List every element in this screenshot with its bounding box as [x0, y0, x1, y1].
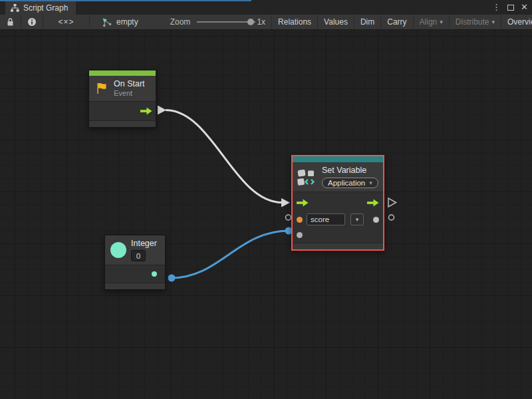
value-input-port[interactable]: [297, 232, 303, 238]
variable-color-strip: [293, 156, 383, 162]
values-button[interactable]: Values: [318, 15, 354, 29]
chevron-down-icon: ▾: [440, 19, 443, 25]
overview-label: Overview: [507, 17, 532, 27]
unconnected-output-port-circle[interactable]: [389, 215, 394, 220]
on-start-header: On Start Event: [89, 76, 156, 101]
zoom-label: Zoom: [170, 17, 191, 27]
dim-label: Dim: [360, 17, 374, 27]
value-output-port[interactable]: [373, 217, 379, 223]
wire-onstart-to-setvariable[interactable]: [166, 110, 282, 203]
distribute-button[interactable]: Distribute ▾: [450, 15, 501, 29]
maximize-icon[interactable]: [507, 5, 514, 11]
title-bar: Script Graph ⋮ ✕: [0, 0, 532, 15]
set-variable-icon: [297, 168, 317, 186]
value-input-row: [297, 228, 379, 241]
node-subtitle: Event: [114, 89, 145, 98]
set-variable-header: Set Variable Application ▾: [293, 162, 383, 192]
node-on-start[interactable]: On Start Event: [88, 70, 156, 128]
name-input-port[interactable]: [297, 217, 303, 223]
script-graph-window: Script Graph ⋮ ✕ <×>: [0, 0, 532, 399]
flag-icon: [94, 81, 109, 96]
zoom-slider-thumb[interactable]: [247, 19, 254, 25]
on-start-ports-row: [89, 101, 156, 120]
node-title: On Start: [114, 79, 145, 89]
lock-icon: [6, 17, 15, 27]
integer-value-input[interactable]: 0: [131, 250, 146, 261]
chevron-down-icon: ▾: [369, 180, 372, 186]
carry-label: Carry: [387, 17, 406, 27]
wire-source-cap-triangle: [158, 106, 166, 115]
graph-empty-status: empty: [116, 17, 138, 27]
set-variable-footer: [293, 243, 383, 249]
node-title: Integer: [131, 239, 157, 249]
graph-toolbar: <×> empty Zoom 1x Relations Values Dim C…: [0, 15, 532, 30]
wire-integer-to-setvariable[interactable]: [172, 231, 289, 278]
wire-source-cap-dot: [168, 275, 176, 282]
code-view-button[interactable]: <×>: [43, 15, 90, 29]
carry-button[interactable]: Carry: [381, 15, 413, 29]
flow-output-port-arrow[interactable]: [367, 199, 379, 207]
flow-input-port-arrow[interactable]: [297, 199, 309, 207]
zoom-value: 1x: [257, 17, 265, 27]
zoom-slider[interactable]: [197, 21, 255, 23]
node-set-variable[interactable]: Set Variable Application ▾: [291, 155, 384, 251]
values-label: Values: [324, 17, 348, 27]
chevron-down-icon: ▾: [356, 216, 359, 223]
variable-scope-dropdown[interactable]: Application ▾: [322, 178, 378, 188]
integer-type-icon: [110, 242, 126, 258]
unconnected-output-port-triangle[interactable]: [388, 198, 396, 207]
dim-button[interactable]: Dim: [354, 15, 381, 29]
flow-ports-row: [297, 195, 379, 211]
graph-pointer-icon: [102, 17, 113, 27]
variable-name-dropdown-button[interactable]: ▾: [350, 213, 364, 225]
integer-ports-row: [105, 265, 165, 283]
window-menu-icon[interactable]: ⋮: [492, 0, 501, 15]
integer-output-port[interactable]: [152, 271, 157, 277]
connection-layer: [0, 30, 532, 399]
tab-title: Script Graph: [23, 3, 68, 13]
variable-name-row: score ▾: [297, 211, 379, 228]
set-variable-ports: score ▾: [293, 192, 383, 243]
window-controls: ⋮ ✕: [492, 0, 528, 15]
overview-button[interactable]: Overview: [501, 15, 532, 29]
relations-label: Relations: [278, 17, 311, 27]
distribute-label: Distribute: [456, 17, 489, 27]
align-button[interactable]: Align ▾: [414, 15, 450, 29]
close-icon[interactable]: ✕: [521, 0, 528, 15]
on-start-footer: [89, 120, 156, 127]
tab-script-graph[interactable]: Script Graph: [5, 1, 76, 15]
relations-button[interactable]: Relations: [272, 15, 318, 29]
info-button[interactable]: [21, 15, 43, 29]
graph-hierarchy-icon: [11, 4, 19, 12]
integer-header: Integer 0: [105, 235, 165, 265]
graph-canvas[interactable]: On Start Event Integer 0: [0, 30, 532, 399]
chevron-down-icon: ▾: [491, 19, 495, 25]
node-title: Set Variable: [322, 166, 378, 176]
flow-output-port-arrow[interactable]: [140, 107, 152, 115]
scope-value: Application: [328, 179, 365, 187]
align-label: Align: [420, 17, 438, 27]
graph-status-zoom-segment: empty Zoom 1x: [90, 15, 272, 29]
node-integer[interactable]: Integer 0: [104, 235, 166, 290]
integer-footer: [105, 283, 165, 289]
variable-name-input[interactable]: score: [307, 213, 345, 225]
code-view-icon: <×>: [58, 17, 74, 27]
wire-dest-cap-triangle: [281, 198, 290, 207]
lock-button[interactable]: [0, 15, 21, 29]
event-color-strip: [89, 70, 156, 76]
info-icon: [27, 17, 37, 27]
unconnected-input-port-circle[interactable]: [286, 215, 291, 220]
